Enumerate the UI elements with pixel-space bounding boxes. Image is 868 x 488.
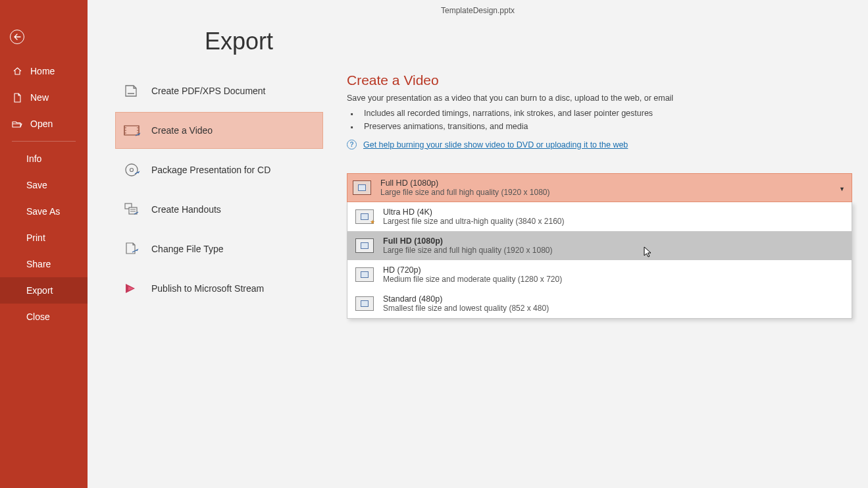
nav-info[interactable]: Info [0, 146, 88, 172]
page-title: Export [205, 28, 273, 55]
nav-open[interactable]: Open [0, 111, 88, 137]
main-area: TemplateDesign.pptx Export Create PDF/XP… [88, 0, 868, 488]
monitor-icon [355, 267, 374, 282]
svg-rect-0 [124, 126, 139, 135]
export-options-list: Create PDF/XPS Document Create a Video P… [115, 72, 323, 488]
nav-label: Info [26, 153, 41, 164]
nav-save[interactable]: Save [0, 172, 88, 198]
export-opt-create-handouts[interactable]: Create Handouts [115, 191, 323, 228]
back-arrow-icon [10, 30, 24, 44]
quality-option-title: Standard (480p) [383, 294, 549, 304]
export-opt-label: Package Presentation for CD [151, 165, 270, 175]
nav-label: Export [26, 285, 53, 296]
quality-option-full-hd[interactable]: Full HD (1080p) Large file size and full… [347, 231, 852, 260]
quality-option-title: HD (720p) [383, 265, 562, 275]
monitor-icon [355, 296, 374, 311]
stream-icon [122, 279, 141, 298]
nav-export[interactable]: Export [0, 277, 88, 304]
svg-point-1 [126, 164, 138, 176]
quality-option-desc: Large file size and full high quality (1… [383, 246, 553, 255]
nav-close[interactable]: Close [0, 304, 88, 330]
quality-option-title: Ultra HD (4K) [383, 207, 565, 217]
help-row: ? Get help burning your slide show video… [347, 140, 852, 149]
open-folder-icon [12, 120, 22, 128]
nav-new[interactable]: New [0, 84, 88, 111]
create-video-pane: Create a Video Save your presentation as… [323, 72, 868, 488]
pane-bullet-list: Includes all recorded timings, narration… [347, 107, 852, 133]
cd-icon [122, 161, 141, 179]
nav-label: Close [26, 312, 50, 322]
quality-option-desc: Largest file size and ultra-high quality… [383, 217, 565, 226]
quality-current-selection[interactable]: Full HD (1080p) Large file size and full… [347, 173, 852, 202]
export-opt-label: Create Handouts [151, 204, 221, 215]
quality-option-hd[interactable]: HD (720p) Medium file size and moderate … [347, 260, 852, 289]
export-opt-create-video[interactable]: Create a Video [115, 112, 323, 149]
export-opt-label: Create PDF/XPS Document [151, 86, 266, 96]
backstage-sidebar: Home New Open Info Save Save As Print Sh… [0, 0, 88, 488]
svg-point-2 [130, 169, 134, 172]
quality-option-title: Full HD (1080p) [383, 236, 553, 246]
back-button[interactable] [0, 18, 88, 55]
quality-option-desc: Medium file size and moderate quality (1… [383, 275, 562, 284]
quality-title: Full HD (1080p) [380, 178, 550, 188]
quality-option-desc: Smallest file size and lowest quality (8… [383, 304, 549, 313]
chevron-down-icon: ▼ [839, 186, 845, 192]
handouts-icon [122, 200, 141, 219]
content-row: Create PDF/XPS Document Create a Video P… [88, 20, 868, 488]
nav-home[interactable]: Home [0, 58, 88, 84]
quality-dropdown: ★ Ultra HD (4K) Largest file size and ul… [347, 202, 852, 319]
export-opt-label: Publish to Microsoft Stream [151, 283, 264, 294]
nav-label: Home [30, 66, 55, 76]
nav-saveas[interactable]: Save As [0, 198, 88, 225]
quality-option-standard[interactable]: Standard (480p) Smallest file size and l… [347, 289, 852, 318]
quality-desc: Large file size and full high quality (1… [380, 188, 550, 197]
export-opt-package-cd[interactable]: Package Presentation for CD [115, 151, 323, 188]
nav-label: New [30, 92, 49, 103]
export-opt-publish-stream[interactable]: Publish to Microsoft Stream [115, 270, 323, 307]
change-file-type-icon [122, 240, 141, 258]
export-opt-pdf-xps[interactable]: Create PDF/XPS Document [115, 72, 323, 109]
quality-selector: Full HD (1080p) Large file size and full… [347, 173, 852, 319]
new-file-icon [12, 93, 22, 103]
pane-title: Create a Video [347, 72, 852, 88]
export-opt-label: Create a Video [151, 125, 213, 136]
quality-text: Full HD (1080p) Large file size and full… [380, 178, 550, 197]
app-root: Home New Open Info Save Save As Print Sh… [0, 0, 868, 488]
pane-subtitle: Save your presentation as a video that y… [347, 94, 852, 103]
export-opt-change-file-type[interactable]: Change File Type [115, 230, 323, 267]
nav-divider [12, 141, 76, 142]
nav-label: Open [30, 119, 53, 129]
monitor-icon: ★ [355, 209, 374, 224]
home-icon [12, 67, 22, 76]
nav-label: Save As [26, 206, 60, 217]
help-link[interactable]: Get help burning your slide show video t… [363, 140, 628, 149]
nav-label: Share [26, 259, 51, 269]
video-icon [122, 121, 141, 140]
pane-bullet: Includes all recorded timings, narration… [360, 107, 852, 120]
window-title: TemplateDesign.pptx [88, 0, 868, 20]
nav-label: Save [26, 180, 47, 190]
pane-bullet: Preserves animations, transitions, and m… [360, 120, 852, 133]
help-icon: ? [347, 140, 357, 149]
nav-label: Print [26, 232, 45, 243]
export-opt-label: Change File Type [151, 244, 223, 254]
pdf-xps-icon [122, 82, 141, 100]
nav-print[interactable]: Print [0, 225, 88, 251]
nav-share[interactable]: Share [0, 251, 88, 277]
monitor-icon [353, 180, 371, 195]
quality-option-ultra-hd[interactable]: ★ Ultra HD (4K) Largest file size and ul… [347, 202, 852, 231]
monitor-icon [355, 238, 374, 253]
